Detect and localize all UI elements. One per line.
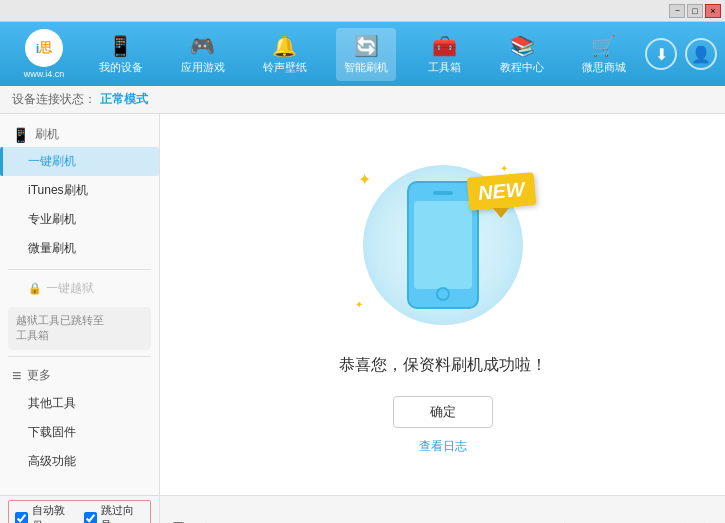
phone-illustration: NEW ✦ ✦ ✦ <box>343 155 543 335</box>
main-layout: 📱 刷机 一键刷机 iTunes刷机 专业刷机 微量刷机 🔒 一键越狱 <box>0 114 725 495</box>
nav-right: ⬇ 👤 <box>645 38 717 70</box>
sidebar-itunes-flash[interactable]: iTunes刷机 <box>0 176 159 205</box>
data-flash-label: 微量刷机 <box>28 241 76 255</box>
sidebar-more-title: ≡ 更多 <box>0 363 159 389</box>
skip-wizard-checkbox[interactable]: 跳过向导 <box>84 503 145 523</box>
sidebar-advanced[interactable]: 高级功能 <box>0 447 159 476</box>
nav-tutorial[interactable]: 📚 教程中心 <box>492 28 552 81</box>
more-icon: ≡ <box>12 367 21 385</box>
advanced-label: 高级功能 <box>28 454 76 468</box>
sidebar-data-flash[interactable]: 微量刷机 <box>0 234 159 263</box>
sidebar-pro-flash[interactable]: 专业刷机 <box>0 205 159 234</box>
smart-flash-icon: 🔄 <box>354 34 379 58</box>
nav-weisi-mall[interactable]: 🛒 微思商城 <box>574 28 634 81</box>
maximize-button[interactable]: □ <box>687 4 703 18</box>
nav-smart-flash-label: 智能刷机 <box>344 60 388 75</box>
sidebar-divider-1 <box>8 269 151 270</box>
sidebar: 📱 刷机 一键刷机 iTunes刷机 专业刷机 微量刷机 🔒 一键越狱 <box>0 114 160 495</box>
itunes-flash-label: iTunes刷机 <box>28 183 88 197</box>
sparkle-2: ✦ <box>500 163 508 174</box>
checkboxes-row: 自动敦促 跳过向导 <box>8 500 151 523</box>
my-device-icon: 📱 <box>108 34 133 58</box>
bottom-area: 自动敦促 跳过向导 📱 iPhone 12 mini 64GB Down-12m… <box>0 495 725 523</box>
nav-my-device-label: 我的设备 <box>99 60 143 75</box>
phone-speaker <box>433 191 453 195</box>
nav-ringtones[interactable]: 🔔 铃声壁纸 <box>255 28 315 81</box>
other-tools-label: 其他工具 <box>28 396 76 410</box>
apps-games-icon: 🎮 <box>190 34 215 58</box>
ringtones-icon: 🔔 <box>272 34 297 58</box>
badge-arrow <box>493 208 509 218</box>
minimize-button[interactable]: － <box>669 4 685 18</box>
sparkle-3: ✦ <box>355 299 363 310</box>
log-link[interactable]: 查看日志 <box>419 438 467 455</box>
statusbar: 设备连接状态： 正常模式 <box>0 86 725 114</box>
nav-tutorial-label: 教程中心 <box>500 60 544 75</box>
statusbar-value: 正常模式 <box>100 91 148 108</box>
phone-icon: 📱 <box>12 127 29 143</box>
sidebar-more-section: ≡ 更多 其他工具 下载固件 高级功能 <box>0 363 159 476</box>
skip-wizard-label: 跳过向导 <box>101 503 145 523</box>
sidebar-other-tools[interactable]: 其他工具 <box>0 389 159 418</box>
content-area: NEW ✦ ✦ ✦ 恭喜您，保资料刷机成功啦！ 确定 查看日志 <box>160 114 725 495</box>
nav-weisi-mall-label: 微思商城 <box>582 60 626 75</box>
close-button[interactable]: × <box>705 4 721 18</box>
sidebar-flash-title: 📱 刷机 <box>0 122 159 147</box>
sidebar-one-click-flash[interactable]: 一键刷机 <box>0 147 159 176</box>
confirm-button[interactable]: 确定 <box>393 396 493 428</box>
nav-apps-games-label: 应用游戏 <box>181 60 225 75</box>
sidebar-jailbreak-section: 🔒 一键越狱 越狱工具已跳转至工具箱 <box>0 276 159 350</box>
sidebar-flash-label: 刷机 <box>35 126 59 143</box>
pro-flash-label: 专业刷机 <box>28 212 76 226</box>
sidebar-jailbreak-info: 越狱工具已跳转至工具箱 <box>8 307 151 350</box>
jailbreak-disabled-label: 一键越狱 <box>46 280 94 297</box>
weisi-mall-icon: 🛒 <box>591 34 616 58</box>
sidebar-more-label: 更多 <box>27 367 51 384</box>
nav-ringtones-label: 铃声壁纸 <box>263 60 307 75</box>
statusbar-label: 设备连接状态： <box>12 91 96 108</box>
one-click-flash-label: 一键刷机 <box>28 154 76 168</box>
nav-toolbox[interactable]: 🧰 工具箱 <box>418 28 470 81</box>
jailbreak-info-text: 越狱工具已跳转至工具箱 <box>16 314 104 341</box>
auto-follow-label: 自动敦促 <box>32 503 76 523</box>
nav-toolbox-label: 工具箱 <box>428 60 461 75</box>
success-text: 恭喜您，保资料刷机成功啦！ <box>339 355 547 376</box>
new-badge-container: NEW <box>468 175 535 208</box>
auto-follow-checkbox[interactable]: 自动敦促 <box>15 503 76 523</box>
bottom-right-panel: 阻止iTunes运行 V7.98.66 客服 微信公众号 检查更新 <box>160 496 725 523</box>
new-badge: NEW <box>467 172 536 211</box>
phone-screen <box>414 201 472 289</box>
nav-items: 📱 我的设备 🎮 应用游戏 🔔 铃声壁纸 🔄 智能刷机 🧰 工具箱 📚 教程中心… <box>80 22 645 86</box>
bottom-left-panel: 自动敦促 跳过向导 📱 iPhone 12 mini 64GB Down-12m… <box>0 496 160 523</box>
download-button[interactable]: ⬇ <box>645 38 677 70</box>
titlebar: － □ × <box>0 0 725 22</box>
phone-home-button <box>436 287 450 301</box>
header: i思 www.i4.cn 📱 我的设备 🎮 应用游戏 🔔 铃声壁纸 🔄 智能刷机… <box>0 22 725 86</box>
nav-apps-games[interactable]: 🎮 应用游戏 <box>173 28 233 81</box>
logo-icon: i思 <box>25 29 63 67</box>
auto-follow-input[interactable] <box>15 512 28 524</box>
sidebar-flash-section: 📱 刷机 一键刷机 iTunes刷机 专业刷机 微量刷机 <box>0 122 159 263</box>
sidebar-divider-2 <box>8 356 151 357</box>
sidebar-jailbreak-disabled: 🔒 一键越狱 <box>0 276 159 301</box>
logo-url: www.i4.cn <box>24 69 65 79</box>
skip-wizard-input[interactable] <box>84 512 97 524</box>
toolbox-icon: 🧰 <box>432 34 457 58</box>
user-button[interactable]: 👤 <box>685 38 717 70</box>
download-firmware-label: 下载固件 <box>28 425 76 439</box>
nav-my-device[interactable]: 📱 我的设备 <box>91 28 151 81</box>
sidebar-download-firmware[interactable]: 下载固件 <box>0 418 159 447</box>
nav-smart-flash[interactable]: 🔄 智能刷机 <box>336 28 396 81</box>
tutorial-icon: 📚 <box>510 34 535 58</box>
logo[interactable]: i思 www.i4.cn <box>8 29 80 79</box>
sparkle-1: ✦ <box>358 170 371 189</box>
lock-icon: 🔒 <box>28 282 42 295</box>
